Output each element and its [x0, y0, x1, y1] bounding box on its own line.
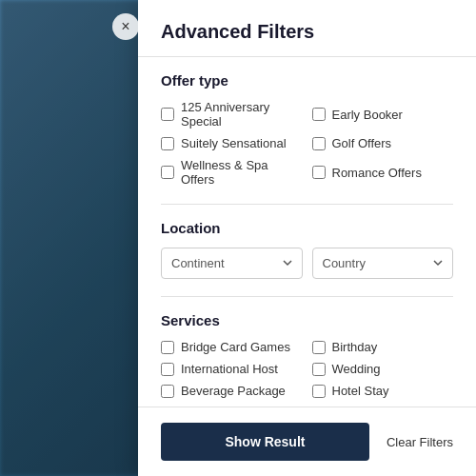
divider-2 — [161, 296, 453, 297]
offer-type-item-3[interactable]: Suitely Sensational — [161, 136, 303, 150]
continent-select[interactable]: Continent — [161, 248, 303, 279]
service-checkbox-1[interactable] — [161, 341, 174, 354]
offer-type-grid: 125 Anniversary Special Early Booker Sui… — [161, 100, 453, 187]
country-select[interactable]: Country — [312, 248, 454, 279]
panel-footer: Show Result Clear Filters — [138, 407, 476, 476]
services-title: Services — [161, 312, 453, 328]
service-label-6: Hotel Stay — [332, 384, 389, 398]
location-row: Continent Country — [161, 248, 453, 279]
filter-panel: Advanced Filters Offer type 125 Annivers… — [138, 0, 476, 476]
service-item-3[interactable]: International Host — [161, 362, 303, 376]
offer-type-item-6[interactable]: Romance Offers — [312, 158, 454, 187]
offer-type-label-5: Wellness & Spa Offers — [181, 158, 303, 187]
close-icon: × — [121, 18, 129, 35]
offer-type-checkbox-2[interactable] — [312, 108, 326, 121]
service-label-5: Beverage Package — [181, 384, 286, 398]
offer-type-checkbox-1[interactable] — [161, 108, 174, 121]
offer-type-checkbox-4[interactable] — [312, 137, 326, 150]
service-item-2[interactable]: Birthday — [312, 340, 454, 354]
service-label-1: Bridge Card Games — [181, 340, 290, 354]
service-checkbox-4[interactable] — [312, 363, 326, 376]
service-item-5[interactable]: Beverage Package — [161, 384, 303, 398]
clear-filters-button[interactable]: Clear Filters — [387, 431, 453, 453]
location-section: Location Continent Country — [161, 220, 453, 279]
offer-type-label-3: Suitely Sensational — [181, 136, 287, 150]
service-label-2: Birthday — [332, 340, 378, 354]
service-item-6[interactable]: Hotel Stay — [312, 384, 454, 398]
service-item-4[interactable]: Wedding — [312, 362, 454, 376]
panel-scrollable-body: Offer type 125 Anniversary Special Early… — [138, 57, 476, 457]
offer-type-item-5[interactable]: Wellness & Spa Offers — [161, 158, 303, 187]
close-button[interactable]: × — [112, 13, 139, 40]
offer-type-checkbox-5[interactable] — [161, 166, 174, 179]
offer-type-item-1[interactable]: 125 Anniversary Special — [161, 100, 303, 129]
panel-body: Offer type 125 Anniversary Special Early… — [138, 57, 476, 452]
services-section: Services Bridge Card Games Birthday Inte… — [161, 312, 453, 420]
panel-title: Advanced Filters — [161, 21, 314, 42]
offer-type-checkbox-6[interactable] — [312, 166, 326, 179]
offer-type-label-2: Early Booker — [332, 108, 403, 122]
divider-1 — [161, 204, 453, 205]
show-result-button[interactable]: Show Result — [161, 423, 369, 461]
offer-type-title: Offer type — [161, 72, 453, 89]
service-item-1[interactable]: Bridge Card Games — [161, 340, 303, 354]
offer-type-label-4: Golf Offers — [332, 136, 392, 150]
offer-type-section: Offer type 125 Anniversary Special Early… — [161, 72, 453, 187]
offer-type-item-2[interactable]: Early Booker — [312, 100, 454, 129]
location-title: Location — [161, 220, 453, 236]
panel-header: Advanced Filters — [138, 0, 476, 57]
background-blur — [0, 0, 143, 476]
service-checkbox-5[interactable] — [161, 385, 174, 398]
offer-type-label-6: Romance Offers — [332, 166, 422, 180]
service-label-4: Wedding — [332, 362, 381, 376]
service-checkbox-3[interactable] — [161, 363, 174, 376]
offer-type-label-1: 125 Anniversary Special — [181, 100, 303, 129]
service-checkbox-6[interactable] — [312, 385, 326, 398]
offer-type-checkbox-3[interactable] — [161, 137, 174, 150]
service-label-3: International Host — [181, 362, 278, 376]
service-checkbox-2[interactable] — [312, 341, 326, 354]
offer-type-item-4[interactable]: Golf Offers — [312, 136, 454, 150]
